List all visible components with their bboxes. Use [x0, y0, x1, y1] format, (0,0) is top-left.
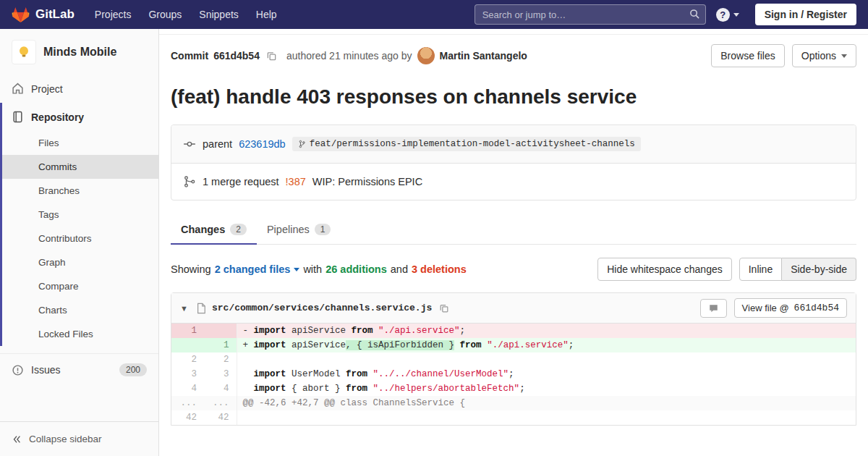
question-icon: ? [716, 8, 730, 22]
options-button[interactable]: Options [792, 44, 856, 67]
commit-tabs: Changes 2 Pipelines 1 [171, 215, 856, 245]
nav-item-projects[interactable]: Projects [88, 4, 139, 25]
author-avatar[interactable] [417, 47, 435, 64]
merge-request-row: 1 merge request !387 WIP: Permissions EP… [171, 164, 856, 200]
view-file-label: View file @ [742, 303, 789, 313]
diff-line: 33 import UserModel from "../../channel/… [171, 367, 856, 381]
additions-count: 26 additions [326, 263, 387, 275]
collapse-diff-caret[interactable]: ▼ [180, 304, 190, 313]
sidebar-item-graph[interactable]: Graph [2, 250, 158, 274]
hide-whitespace-button[interactable]: Hide whitespace changes [597, 258, 732, 281]
old-line-number[interactable]: 4 [171, 381, 204, 396]
new-line-number[interactable]: 4 [204, 381, 237, 396]
deletions-count: 3 deletions [412, 263, 467, 275]
sidebar-item-project[interactable]: Project [0, 75, 158, 103]
diff-code-line [237, 410, 856, 425]
gitlab-logo[interactable]: GitLab [12, 6, 75, 24]
new-line-number[interactable]: 1 [204, 338, 237, 352]
project-context-header[interactable]: Minds Mobile [0, 29, 158, 75]
diff-line: 1+ import apiService, { isApiForbidden }… [171, 338, 856, 352]
old-line-number[interactable]: 3 [171, 367, 204, 381]
collapse-sidebar-button[interactable]: Collapse sidebar [0, 421, 158, 456]
project-avatar [12, 40, 36, 64]
author-name[interactable]: Martin Santangelo [440, 50, 527, 62]
search-input[interactable] [475, 4, 706, 25]
sidebar-item-branches[interactable]: Branches [2, 179, 158, 203]
parent-sha-link[interactable]: 623619db [239, 138, 286, 150]
old-line-number[interactable] [171, 338, 204, 352]
issues-count-badge: 200 [119, 363, 147, 376]
git-merge-icon [183, 175, 196, 188]
diff-code-line [237, 352, 856, 367]
sidebar-item-issues[interactable]: Issues 200 [0, 353, 158, 386]
tab-pipelines[interactable]: Pipelines 1 [257, 215, 341, 244]
tab-label: Pipelines [267, 224, 310, 235]
diff-code-line: - import apiService from "./api.service"… [237, 324, 856, 338]
diff-code-line: import { abort } from "../helpers/aborta… [237, 381, 856, 396]
new-line-number[interactable] [204, 324, 237, 338]
diff-table: 1- import apiService from "./api.service… [171, 324, 856, 425]
old-line-number[interactable]: 42 [171, 410, 204, 425]
changed-files-label: 2 changed files [215, 263, 291, 275]
nav-item-groups[interactable]: Groups [141, 4, 189, 25]
diff-line: ......@@ -42,6 +42,7 @@ class ChannelsSe… [171, 396, 856, 410]
old-line-number[interactable]: ... [171, 396, 204, 410]
lightbulb-icon [16, 44, 32, 60]
diff-view-toggle: Inline Side-by-side [739, 258, 856, 281]
nav-item-snippets[interactable]: Snippets [192, 4, 245, 25]
changes-count-badge: 2 [230, 224, 247, 235]
copy-path-button[interactable] [438, 302, 451, 315]
diff-file: ▼ src/common/services/channels.service.j… [171, 292, 856, 426]
old-line-number[interactable]: 2 [171, 352, 204, 367]
diff-file-header: ▼ src/common/services/channels.service.j… [171, 293, 856, 324]
help-menu[interactable]: ? [716, 8, 739, 22]
new-line-number[interactable]: 2 [204, 352, 237, 367]
new-line-number[interactable]: ... [204, 396, 237, 410]
browse-files-button[interactable]: Browse files [711, 44, 784, 67]
diff-file-path[interactable]: src/common/services/channels.service.js [212, 303, 432, 313]
copy-icon [266, 51, 277, 62]
home-icon [12, 83, 24, 95]
new-line-number[interactable]: 42 [204, 410, 237, 425]
commit-meta-row: Commit 661d4b54 authored 21 minutes ago … [171, 44, 856, 67]
sidebar-item-repository[interactable]: Repository [2, 103, 158, 131]
copy-icon [439, 303, 449, 313]
repository-subnav: Files Commits Branches Tags Contributors… [2, 131, 158, 346]
sidebar-item-files[interactable]: Files [2, 131, 158, 155]
sidebar-nav: Project Repository Files Commits Branche… [0, 75, 158, 346]
project-name: Minds Mobile [43, 46, 116, 59]
parent-label: parent [203, 138, 232, 150]
diff-table-body: 1- import apiService from "./api.service… [171, 324, 856, 425]
git-commit-icon [183, 138, 196, 151]
merge-request-text: 1 merge request [203, 176, 279, 187]
diff-line: 4242 [171, 410, 856, 425]
side-by-side-view-button[interactable]: Side-by-side [782, 258, 856, 281]
view-file-button[interactable]: View file @ 661d4b54 [734, 298, 847, 318]
sidebar-item-charts[interactable]: Charts [2, 298, 158, 322]
with-label: with [303, 263, 322, 275]
sidebar-item-tags[interactable]: Tags [2, 203, 158, 227]
tab-changes[interactable]: Changes 2 [171, 215, 257, 244]
copy-sha-button[interactable] [265, 49, 278, 63]
sidebar-item-commits[interactable]: Commits [2, 155, 158, 179]
chevron-down-icon [733, 13, 739, 17]
sidebar-item-compare[interactable]: Compare [2, 274, 158, 298]
comment-button[interactable] [700, 299, 727, 318]
branch-ref-chip[interactable]: feat/permissions-implementation-model-ac… [292, 137, 641, 151]
pipelines-count-badge: 1 [315, 224, 331, 235]
diff-line: 44 import { abort } from "../helpers/abo… [171, 381, 856, 396]
branch-icon [298, 140, 306, 148]
navbar-menu: Projects Groups Snippets Help [88, 4, 284, 25]
nav-item-help[interactable]: Help [249, 4, 284, 25]
new-line-number[interactable]: 3 [204, 367, 237, 381]
branch-name: feat/permissions-implementation-model-ac… [310, 139, 635, 149]
issues-icon [12, 364, 24, 376]
brand-name: GitLab [35, 7, 75, 22]
old-line-number[interactable]: 1 [171, 324, 204, 338]
changed-files-dropdown[interactable]: 2 changed files [215, 263, 300, 275]
sidebar-item-locked-files[interactable]: Locked Files [2, 322, 158, 346]
sidebar-item-contributors[interactable]: Contributors [2, 227, 158, 250]
merge-request-ref-link[interactable]: !387 [286, 176, 306, 187]
sign-in-button[interactable]: Sign in / Register [755, 4, 856, 25]
inline-view-button[interactable]: Inline [739, 258, 782, 281]
